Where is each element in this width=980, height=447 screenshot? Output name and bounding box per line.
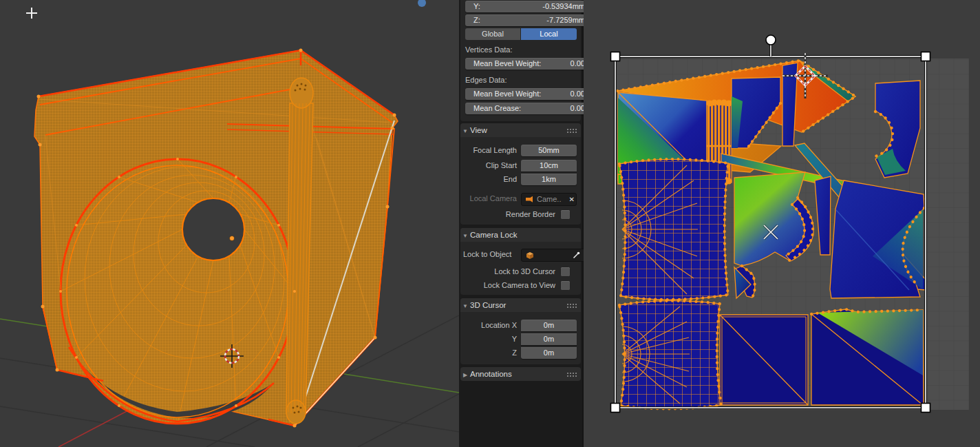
mean-bevel-weight-vertex-field[interactable]: Mean Bevel Weight: 0.00 (465, 58, 590, 70)
panel-title: 3D Cursor (470, 301, 506, 309)
orientation-global-button[interactable]: Global (465, 28, 520, 40)
cursor-panel-header[interactable]: ▼3D Cursor (460, 298, 581, 312)
mean-bevel-weight-edge-field[interactable]: Mean Bevel Weight: 0.00 (465, 88, 590, 100)
edges-data-label: Edges Data: (465, 76, 507, 84)
panel-title: Annotations (470, 370, 512, 378)
focal-length-field[interactable]: 50mm (521, 145, 577, 156)
y-value: -0.53934mm (542, 1, 585, 12)
viewport-canvas (0, 0, 459, 447)
uv-islands[interactable] (617, 61, 926, 408)
cube-icon (526, 251, 534, 260)
panel-title: Camera Lock (470, 231, 517, 239)
field-value: 1km (542, 174, 556, 185)
uv-island-web-1 (619, 159, 728, 300)
field-value: 10cm (540, 160, 558, 171)
rotate-handle[interactable] (766, 35, 776, 45)
field-value: 0.00 (571, 88, 585, 100)
annotations-panel-header[interactable]: ▶Annotations (460, 367, 581, 381)
annotation-dot (418, 0, 426, 7)
lock-camera-to-view-label: Lock Camera to View (459, 280, 555, 291)
chevron-down-icon: ▼ (460, 300, 470, 313)
field-label: Mean Crease: (473, 103, 521, 114)
field-label: Mean Bevel Weight: (473, 88, 541, 100)
drag-grip-icon[interactable] (566, 128, 577, 133)
z-label: Z: (473, 14, 480, 26)
cursor-location-z-label: Z (459, 347, 517, 359)
lock-to-3d-cursor-label: Lock to 3D Cursor (459, 267, 555, 277)
transform-y-field[interactable]: Y: -0.53934mm (465, 1, 590, 12)
uv-editor[interactable] (584, 0, 980, 447)
chevron-right-icon: ▶ (460, 368, 470, 382)
cursor-location-y-field[interactable]: 0m (521, 333, 577, 345)
lock-camera-to-view-checkbox[interactable] (560, 280, 571, 291)
camera-name: Came.. (534, 194, 569, 205)
cursor-location-x-field[interactable]: 0m (521, 320, 577, 331)
view-panel-header[interactable]: ▼View (460, 123, 581, 137)
drag-grip-icon[interactable] (566, 372, 577, 377)
mean-crease-field[interactable]: Mean Crease: 0.00 (465, 103, 590, 114)
clip-end-field[interactable]: 1km (521, 174, 577, 185)
object-origin-dot (230, 236, 235, 241)
y-label: Y: (473, 1, 480, 12)
field-value: 0m (544, 320, 554, 331)
sidebar-n-panel: Y: -0.53934mm Z: -7.7259mm Global Local … (459, 0, 584, 447)
lock-to-object-label: Lock to Object (463, 250, 511, 258)
chevron-down-icon: ▼ (460, 229, 470, 243)
uv-island-square-2 (811, 309, 924, 405)
paint-cursor-crosshair (26, 8, 37, 19)
uv-island-square-1 (720, 315, 808, 405)
eyedropper-icon[interactable] (573, 251, 580, 259)
render-border-checkbox[interactable] (560, 209, 571, 220)
blender-window: Y: -0.53934mm Z: -7.7259mm Global Local … (0, 0, 980, 447)
transform-z-field[interactable]: Z: -7.7259mm (465, 14, 590, 26)
cursor-location-y-label: Y (459, 333, 517, 345)
clip-end-label: End (459, 174, 517, 185)
tunnel-through-hole (182, 198, 244, 260)
clip-start-field[interactable]: 10cm (521, 160, 577, 171)
3d-viewport[interactable] (0, 0, 459, 447)
cursor-location-x-label: Location X (459, 320, 517, 331)
local-camera-field[interactable]: Came.. ✕ (521, 193, 577, 206)
field-value: 0m (544, 333, 554, 345)
mesh-object-wireframe[interactable] (28, 41, 413, 434)
lock-to-3d-cursor-checkbox[interactable] (560, 267, 571, 277)
local-camera-label: Local Camera (459, 193, 517, 205)
clip-start-label: Clip Start (459, 160, 517, 171)
panel-title: View (470, 126, 487, 134)
lock-to-object-field[interactable] (521, 249, 585, 262)
orientation-local-button[interactable]: Local (521, 28, 577, 40)
z-value: -7.7259mm (546, 14, 585, 26)
camera-lock-header[interactable]: ▼Camera Lock (460, 228, 581, 242)
render-border-label: Render Border (459, 209, 555, 220)
clear-icon[interactable]: ✕ (569, 194, 576, 205)
chevron-down-icon: ▼ (460, 125, 470, 138)
field-label: Mean Bevel Weight: (473, 58, 541, 70)
drag-grip-icon[interactable] (566, 303, 577, 308)
field-value: 50mm (538, 145, 560, 156)
camera-icon (525, 196, 534, 203)
field-value: 0.00 (571, 58, 585, 70)
field-value: 0.00 (571, 103, 585, 114)
cursor-location-z-field[interactable]: 0m (521, 347, 577, 359)
uv-island-web-2 (619, 301, 721, 409)
uv-canvas (584, 0, 980, 447)
focal-length-label: Focal Length (459, 145, 517, 156)
field-value: 0m (544, 347, 554, 359)
vertices-data-label: Vertices Data: (465, 45, 512, 54)
